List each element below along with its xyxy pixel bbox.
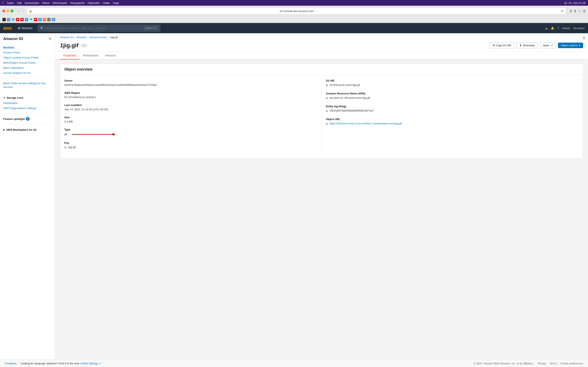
- tab-grid-icon[interactable]: ⊞: [583, 9, 586, 13]
- feedback-link[interactable]: Feedback: [5, 362, 17, 365]
- content-padding: Object overview Owner 0e407a76a8ee432f18…: [55, 60, 588, 167]
- breadcrumb-sep-1: ›: [75, 36, 76, 39]
- breadcrumb-s3[interactable]: Amazon S3: [60, 36, 74, 39]
- sidebar-close-button[interactable]: ✕: [49, 36, 52, 41]
- search-shortcut: [Option+S]: [144, 26, 158, 30]
- close-button[interactable]: [2, 9, 5, 12]
- search-input[interactable]: [45, 27, 142, 30]
- sidebar-item-block-public-access[interactable]: Block Public Access settings for this ac…: [0, 81, 55, 90]
- menu-safari[interactable]: Safari: [7, 1, 14, 4]
- cookie-link[interactable]: Cookie preferences: [560, 362, 583, 365]
- object-url-link[interactable]: https://t44-post-cover.s3.eu-central-1.a…: [329, 122, 402, 125]
- download-button[interactable]: ⬇ Download: [516, 42, 538, 48]
- privacy-link[interactable]: Privacy: [537, 362, 546, 365]
- bookmark-google2[interactable]: G: [25, 18, 28, 21]
- cloud-icon[interactable]: ☁: [545, 27, 548, 30]
- sidebar-item-dashboards[interactable]: Dashboards: [0, 100, 55, 106]
- sidebar-item-batch-ops[interactable]: Batch Operations: [0, 65, 55, 70]
- bookmark-aws[interactable]: A: [2, 18, 6, 21]
- etag-copy-icon[interactable]: ⧉: [326, 109, 328, 113]
- reload-icon[interactable]: ↻: [561, 9, 563, 13]
- download-icon[interactable]: ⬇: [570, 9, 572, 13]
- unified-settings-link[interactable]: Unified Settings ↗: [80, 362, 101, 365]
- tab-properties[interactable]: Properties: [60, 52, 80, 59]
- s3-uri-label: S3 URI: [326, 79, 579, 82]
- object-actions-label: Object actions: [561, 44, 578, 47]
- bell-icon[interactable]: 🔔: [551, 27, 554, 30]
- sidebar-buckets-label[interactable]: Buckets: [0, 44, 55, 50]
- menu-fejlesztes[interactable]: Fejlesztés: [88, 1, 100, 4]
- sidebar-item-access-analyzer[interactable]: Access analyzer for S3: [0, 70, 55, 75]
- field-s3-uri: S3 URI ⧉ s3://t44-post-cover/1jig.gif: [326, 79, 579, 87]
- terms-link[interactable]: Terms: [550, 362, 557, 365]
- sidebar-item-multi-region[interactable]: Multi-Region Access Points: [0, 60, 55, 65]
- key-copy-icon[interactable]: ⧉: [64, 146, 66, 149]
- breadcrumb-bucket-name[interactable]: t44-post-cover: [90, 36, 107, 39]
- bookmark-m1[interactable]: M: [16, 18, 19, 21]
- field-key: Key ⧉ 1jig.gif: [64, 141, 313, 149]
- bookmark-orange1[interactable]: W: [43, 18, 46, 21]
- bookmark-m2[interactable]: M: [20, 18, 24, 21]
- bookmark-wp[interactable]: W: [29, 18, 33, 21]
- download-label: Download: [523, 44, 535, 47]
- object-url-copy-icon[interactable]: ⧉: [326, 122, 328, 125]
- copy-s3-uri-button[interactable]: ⧉ Copy S3 URI: [490, 42, 514, 48]
- object-actions-bar: ⧉ Copy S3 URI ⬇ Download Open ↗ Object a…: [490, 42, 583, 52]
- sidebar-feature-spotlight[interactable]: Feature spotlight 3: [0, 116, 55, 122]
- sidebar-item-org-settings[interactable]: AWS Organizations settings: [0, 106, 55, 111]
- services-menu-button[interactable]: ⊞ Services: [16, 25, 35, 31]
- tab-permissions[interactable]: Permissions: [80, 52, 102, 59]
- breadcrumb-buckets[interactable]: Buckets: [77, 36, 86, 39]
- s3-uri-copy-icon[interactable]: ⧉: [326, 83, 328, 87]
- menu-szerkesztes[interactable]: Szerkesztés: [25, 1, 39, 4]
- share-icon[interactable]: ⬆: [574, 9, 576, 13]
- new-tab-icon[interactable]: ＋: [578, 9, 581, 13]
- apple-menu[interactable]: : [2, 1, 4, 5]
- tab-versions[interactable]: Versions: [102, 52, 119, 59]
- aws-search-bar[interactable]: 🔍 [Option+S]: [38, 25, 160, 32]
- sidebar-item-access-points[interactable]: Access Points: [0, 50, 55, 55]
- forward-button[interactable]: ›: [21, 9, 25, 13]
- s3-uri-value: s3://t44-post-cover/1jig.gif: [329, 83, 360, 86]
- sidebar-storage-lens-group[interactable]: ▼ Storage Lens: [0, 95, 55, 100]
- arn-copy-icon[interactable]: ⧉: [326, 96, 328, 100]
- bookmark-more[interactable]: ···: [56, 18, 58, 21]
- page-info-icon[interactable]: ℹ: [583, 36, 585, 40]
- object-actions-button[interactable]: Object actions ▾: [558, 43, 583, 48]
- sidebar: Amazon S3 ✕ Buckets Access Points Object…: [0, 33, 55, 359]
- nav-buttons: ‹ ›: [17, 9, 25, 13]
- menu-sugo[interactable]: Súgó: [113, 1, 119, 4]
- address-bar[interactable]: 🔒 s3.console.aws.amazon.com ↻: [26, 8, 566, 15]
- bookmark-star[interactable]: ☆: [47, 18, 51, 21]
- arn-value: arn:aws:s3:::t44-post-cover/1jig.gif: [329, 96, 370, 99]
- bookmark-m3[interactable]: M: [34, 18, 37, 21]
- url-display[interactable]: s3.console.aws.amazon.com: [34, 9, 560, 13]
- sidebar-item-object-lambda[interactable]: Object Lambda Access Points: [0, 55, 55, 60]
- menu-fajl[interactable]: Fájl: [17, 1, 21, 4]
- user-menu[interactable]: t44.admin: [573, 27, 585, 30]
- sidebar-title: Amazon S3: [3, 37, 23, 41]
- menu-konyvjelzok[interactable]: Könyvjelzők: [70, 1, 84, 4]
- object-info-badge[interactable]: Info: [80, 44, 87, 47]
- download-icon: ⬇: [519, 44, 522, 47]
- chevron-down-icon: ▾: [579, 44, 580, 47]
- bookmark-google4[interactable]: G: [52, 18, 55, 21]
- red-arrow-indicator: [72, 132, 117, 136]
- sidebar-marketplace[interactable]: ▶ AWS Marketplace for S3: [0, 127, 55, 133]
- browser-actions: ⬇ ⬆ ＋ ⊞: [570, 9, 586, 13]
- menu-ablak[interactable]: Ablak: [103, 1, 110, 4]
- back-button[interactable]: ‹: [17, 9, 20, 13]
- lock-icon: 🔒: [29, 9, 32, 13]
- field-object-url: Object URL ⧉ https://t44-post-cover.s3.e…: [326, 118, 579, 125]
- minimize-button[interactable]: [7, 9, 9, 12]
- menu-elozmenyek[interactable]: Előzmények: [53, 1, 67, 4]
- bookmark-google3[interactable]: G: [38, 18, 42, 21]
- open-button[interactable]: Open ↗: [540, 42, 556, 48]
- region-selector[interactable]: Global: [562, 27, 570, 30]
- fullscreen-button[interactable]: [11, 9, 13, 12]
- help-icon[interactable]: ?: [557, 27, 559, 30]
- bookmark-google1[interactable]: G: [7, 18, 10, 21]
- menu-nezet[interactable]: Nézet: [43, 1, 49, 4]
- bookmark-icon3[interactable]: 🌐: [11, 18, 15, 21]
- etag-value: 1801fd257fab5e60feb80f08b2d674a7: [329, 109, 374, 112]
